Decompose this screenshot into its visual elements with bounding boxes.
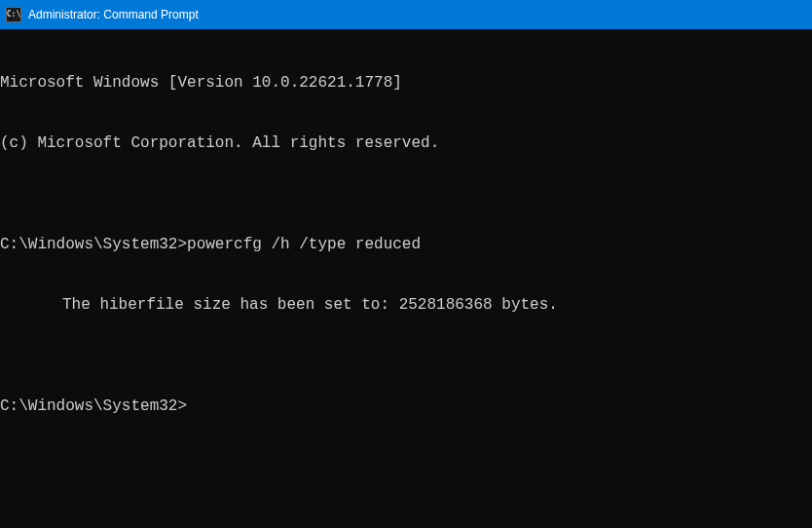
command-line-2[interactable]: C:\Windows\System32> xyxy=(0,396,812,417)
command-line-1: C:\Windows\System32>powercfg /h /type re… xyxy=(0,235,812,255)
window-title: Administrator: Command Prompt xyxy=(28,8,199,21)
prompt-1: C:\Windows\System32> xyxy=(0,236,187,253)
copyright-line: (c) Microsoft Corporation. All rights re… xyxy=(0,133,812,154)
titlebar[interactable]: C:\ Administrator: Command Prompt xyxy=(0,0,812,29)
version-line: Microsoft Windows [Version 10.0.22621.17… xyxy=(0,73,812,94)
terminal-area[interactable]: Microsoft Windows [Version 10.0.22621.17… xyxy=(0,29,812,437)
prompt-2: C:\Windows\System32> xyxy=(0,397,187,415)
output-line-1: The hiberfile size has been set to: 2528… xyxy=(0,295,812,316)
cmd-icon-glyph: C:\ xyxy=(7,11,20,19)
command-1: powercfg /h /type reduced xyxy=(187,236,421,253)
cmd-icon: C:\ xyxy=(6,7,21,22)
